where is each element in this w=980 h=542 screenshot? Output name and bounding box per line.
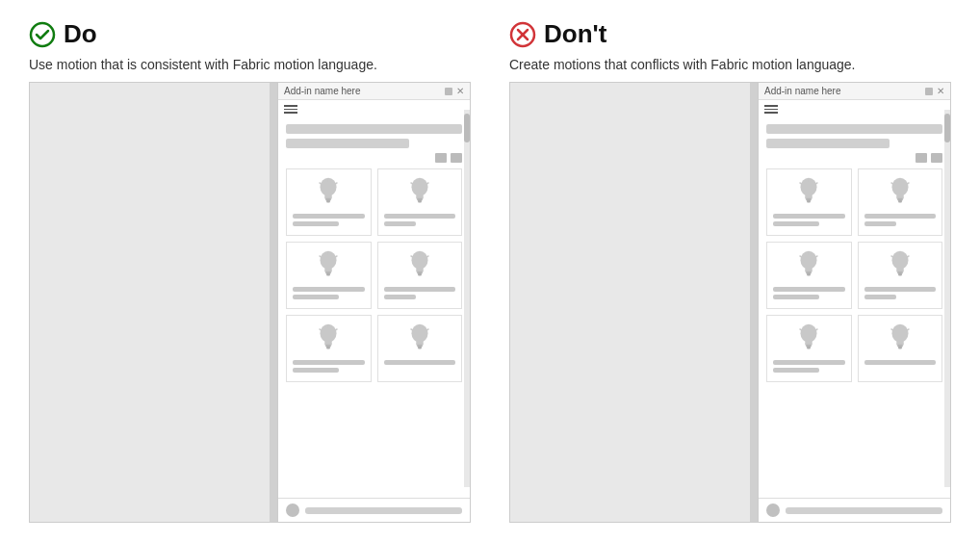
do-menu-line-3 [284,112,297,114]
dont-card-5-line-1 [773,360,845,365]
do-bulb-icon-1 [315,175,342,210]
do-card-3-line-2 [293,295,339,299]
do-card-2-line-1 [384,214,456,219]
do-taskpane-bottom [278,498,470,522]
do-main-area [30,83,277,522]
dont-taskpane-scroll-thumb [944,114,950,142]
do-card-1-line-2 [293,221,339,226]
dont-card-3-line-1 [773,287,845,292]
do-bulb-icon-4 [406,248,433,283]
do-bulb-icon-3 [315,248,342,283]
do-bottom-bar [305,507,462,514]
do-ctrl-pin [445,88,452,95]
dont-card-5 [766,315,852,382]
do-card-5-line-2 [293,368,339,373]
do-card-5 [286,315,372,382]
do-card-3 [286,242,372,309]
do-bottom-circle [286,503,299,517]
dont-title: Don't [544,19,606,49]
dont-bottom-circle [766,503,780,517]
dont-card-6-lines [864,360,937,365]
dont-card-4 [858,242,943,309]
do-toolbar-list-icon [435,153,447,163]
dont-menu-line-1 [764,105,778,107]
do-card-4-line-1 [384,287,456,292]
svg-rect-11 [418,199,422,202]
dont-card-5-lines [773,360,845,373]
svg-rect-77 [807,346,811,348]
svg-rect-18 [326,272,330,275]
do-card-1-line-1 [293,214,365,219]
dont-card-6-line-1 [864,360,937,365]
dont-card-3 [766,242,852,309]
do-taskpane-title: Add-in name here [284,86,361,96]
svg-rect-63 [807,272,811,275]
dont-toolbar-list-icon [916,153,927,163]
dont-card-1-lines [773,214,845,226]
dont-ctrl-close: ✕ [937,86,944,96]
do-card-5-lines [293,360,365,373]
dont-taskpane-content [759,118,950,499]
dont-titlebar-controls: ✕ [925,86,944,96]
svg-rect-56 [898,199,902,202]
dont-bulb-icon-1 [795,175,822,210]
do-toolbar-grid-icon [451,153,462,163]
svg-point-0 [31,23,54,46]
svg-rect-49 [807,199,811,202]
dont-icon [509,21,536,48]
do-taskpane-scroll-thumb [464,114,470,142]
svg-rect-39 [418,346,422,348]
do-taskpane-content [278,118,470,499]
dont-card-6 [858,315,943,382]
do-card-2-lines [384,214,456,226]
do-card-2-line-2 [384,221,417,226]
do-card-1 [286,168,372,236]
do-title: Do [64,19,97,49]
do-bulb-icon-2 [406,175,433,210]
do-panel: Do Use motion that is consistent with Fa… [29,19,471,523]
dont-bottom-bar [786,507,942,514]
dont-card-1 [766,168,852,236]
do-card-2 [377,168,463,236]
dont-card-2 [858,168,943,236]
dont-mock-window: Add-in name here ✕ [509,82,951,523]
dont-scroll-indicator [750,83,758,522]
dont-ctrl-pin [925,88,933,95]
do-taskpane: Add-in name here ✕ [277,83,470,522]
dont-header: Don't [509,19,951,49]
dont-bulb-icon-4 [887,248,914,283]
svg-rect-32 [326,346,330,348]
do-card-3-line-1 [293,287,365,292]
do-cards-grid [286,168,462,382]
dont-bulb-icon-6 [887,322,914,356]
do-card-4-lines [384,287,456,299]
dont-cards-grid [766,168,942,382]
do-scroll-indicator [270,83,277,522]
dont-card-1-line-1 [773,214,845,219]
do-taskpane-titlebar: Add-in name here ✕ [278,83,470,100]
do-titlebar-controls: ✕ [445,86,464,96]
do-toolbar-row [286,153,462,163]
do-card-5-line-1 [293,360,365,365]
do-card-6-line-1 [384,360,456,365]
do-mock-window: Add-in name here ✕ [29,82,471,523]
dont-taskpane-scrollbar [944,110,950,487]
do-card-3-lines [293,287,365,299]
svg-rect-25 [418,272,422,275]
dont-panel: Don't Create motions that conflicts with… [509,19,951,523]
dont-menu-line-3 [764,112,778,114]
svg-rect-70 [898,272,902,275]
dont-bulb-icon-5 [795,322,822,356]
dont-menu-line-2 [764,109,778,111]
do-ctrl-close: ✕ [456,86,464,96]
dont-taskpane: Add-in name here ✕ [758,83,950,522]
dont-bulb-icon-3 [795,248,822,283]
dont-card-2-lines [864,214,937,226]
do-content-bar-1 [286,124,462,134]
dont-content-bar-1 [766,124,942,134]
dont-taskpane-titlebar: Add-in name here ✕ [759,83,950,100]
do-card-6 [377,315,463,382]
dont-content-bar-2 [766,139,890,148]
dont-toolbar-grid-icon [931,153,942,163]
dont-card-4-line-1 [864,287,937,292]
